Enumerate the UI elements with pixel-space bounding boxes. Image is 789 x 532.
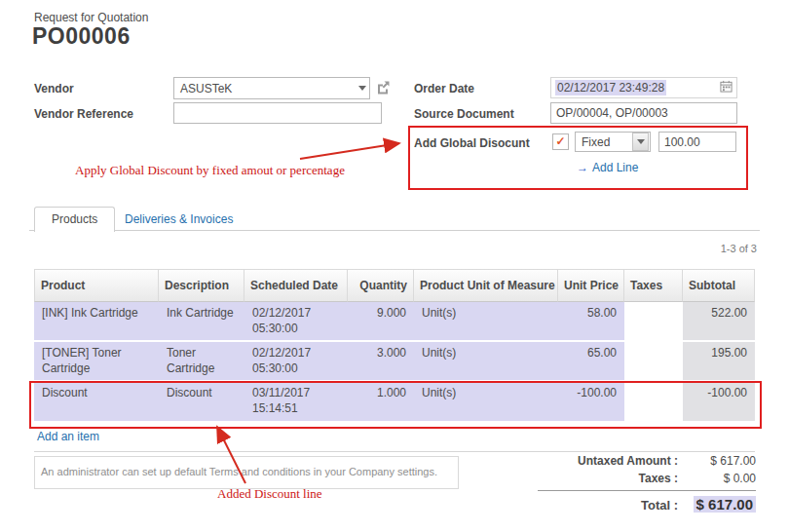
order-date-value: 02/12/2017 23:49:28 <box>555 80 666 95</box>
cell-quantity[interactable]: 1.000 <box>348 382 414 422</box>
totals-divider <box>538 490 756 491</box>
column-header-uom[interactable]: Product Unit of Measure <box>414 269 558 302</box>
terms-note: An administrator can set up default Term… <box>34 456 459 489</box>
cell-scheduled-date[interactable]: 02/12/2017 05:30:00 <box>244 342 348 382</box>
order-line-row[interactable]: [INK] Ink Cartridge Ink Cartridge 02/12/… <box>34 302 755 342</box>
chevron-down-icon <box>358 86 366 91</box>
external-link-icon[interactable] <box>376 80 391 97</box>
chevron-down-icon <box>637 139 645 144</box>
tab-deliveries-invoices[interactable]: Deliveries & Invoices <box>125 212 233 226</box>
global-discount-label: Add Global Disocunt <box>414 136 530 150</box>
cell-uom[interactable]: Unit(s) <box>414 382 558 422</box>
column-header-taxes[interactable]: Taxes <box>624 269 683 302</box>
taxes-value: $ 0.00 <box>678 472 756 485</box>
source-document-input[interactable] <box>550 102 737 124</box>
vendor-reference-input[interactable] <box>173 102 382 124</box>
column-header-scheduled-date[interactable]: Scheduled Date <box>244 269 348 302</box>
order-lines-table: Product Description Scheduled Date Quant… <box>34 269 755 423</box>
discount-type-select[interactable]: Fixed <box>575 132 651 152</box>
global-discount-checkbox[interactable]: ✓ <box>552 133 569 150</box>
cell-taxes[interactable] <box>624 382 683 422</box>
cell-taxes[interactable] <box>624 302 683 342</box>
select-button <box>632 133 649 151</box>
untaxed-amount-value: $ 617.00 <box>678 454 756 468</box>
annotation-note-global-discount: Apply Global Discount by fixed amout or … <box>75 163 345 178</box>
column-header-unit-price[interactable]: Unit Price <box>558 269 624 302</box>
cell-unit-price[interactable]: -100.00 <box>558 382 624 422</box>
cell-unit-price[interactable]: 65.00 <box>558 342 624 382</box>
table-header-row: Product Description Scheduled Date Quant… <box>34 269 755 302</box>
column-header-product[interactable]: Product <box>34 269 159 302</box>
column-header-subtotal[interactable]: Subtotal <box>683 269 755 302</box>
totals-block: Untaxed Amount : $ 617.00 Taxes : $ 0.00… <box>538 454 756 516</box>
order-line-row[interactable]: [TONER] Toner Cartridge Toner Cartridge … <box>34 342 755 382</box>
add-an-item-link[interactable]: Add an item <box>37 430 99 443</box>
total-value: $ 617.00 <box>694 496 756 513</box>
cell-quantity[interactable]: 9.000 <box>348 302 414 342</box>
cell-taxes[interactable] <box>624 342 683 382</box>
source-document-label: Source Document <box>414 107 514 121</box>
cell-uom[interactable]: Unit(s) <box>414 302 558 342</box>
total-label: Total : <box>641 498 678 513</box>
cell-description[interactable]: Toner Cartridge <box>159 342 244 382</box>
discount-amount-input[interactable] <box>658 132 736 152</box>
add-item-row: Add an item <box>34 423 755 452</box>
cell-uom[interactable]: Unit(s) <box>414 342 558 382</box>
arrow-to-global-discount <box>300 143 399 159</box>
cell-subtotal[interactable]: 522.00 <box>683 302 755 342</box>
tab-products[interactable]: Products <box>34 207 115 232</box>
cell-unit-price[interactable]: 58.00 <box>558 302 624 342</box>
cell-subtotal[interactable]: 195.00 <box>683 342 755 382</box>
cell-scheduled-date[interactable]: 03/11/2017 15:14:51 <box>244 382 348 422</box>
column-header-description[interactable]: Description <box>159 269 244 302</box>
vendor-label: Vendor <box>34 82 74 95</box>
order-lines-section: Product Description Scheduled Date Quant… <box>34 269 755 452</box>
discount-type-value: Fixed <box>582 135 610 149</box>
annotation-note-discount-line: Added Discount line <box>217 486 322 502</box>
cell-subtotal[interactable]: -100.00 <box>683 382 755 422</box>
tabbar-divider <box>29 230 760 231</box>
cell-description[interactable]: Discount <box>159 382 244 422</box>
add-line-arrow-icon: → <box>577 161 588 174</box>
pager-range: 1-3 of 3 <box>721 243 757 254</box>
column-header-quantity[interactable]: Quantity <box>348 269 414 302</box>
add-line-link[interactable]: →Add Line <box>577 161 638 174</box>
total-row: Total : $ 617.00 <box>538 496 756 513</box>
untaxed-amount-label: Untaxed Amount : <box>578 454 678 468</box>
cell-product[interactable]: [TONER] Toner Cartridge <box>34 342 159 382</box>
order-line-row-discount[interactable]: Discount Discount 03/11/2017 15:14:51 1.… <box>34 382 755 422</box>
record-type-label: Request for Quotation <box>34 11 148 24</box>
cell-product[interactable]: [INK] Ink Cartridge <box>34 302 159 342</box>
add-line-label: Add Line <box>592 161 638 174</box>
taxes-label: Taxes : <box>639 472 678 485</box>
vendor-select[interactable]: ASUSTeK <box>173 77 370 99</box>
untaxed-row: Untaxed Amount : $ 617.00 <box>538 454 756 468</box>
cell-description[interactable]: Ink Cartridge <box>159 302 244 342</box>
vendor-select-value: ASUSTeK <box>180 82 232 95</box>
cell-product[interactable]: Discount <box>34 382 159 422</box>
order-date-field[interactable]: 02/12/2017 23:49:28 <box>550 77 737 98</box>
calendar-icon[interactable] <box>720 80 733 95</box>
taxes-row: Taxes : $ 0.00 <box>538 472 756 485</box>
cell-scheduled-date[interactable]: 02/12/2017 05:30:00 <box>244 302 348 342</box>
cell-quantity[interactable]: 3.000 <box>348 342 414 382</box>
order-date-label: Order Date <box>414 82 474 95</box>
purchase-order-page: Request for Quotation PO00006 Vendor ASU… <box>0 0 789 532</box>
vendor-reference-label: Vendor Reference <box>34 107 133 121</box>
page-title: PO00006 <box>32 23 131 50</box>
total-value-wrap: $ 617.00 <box>678 496 756 513</box>
